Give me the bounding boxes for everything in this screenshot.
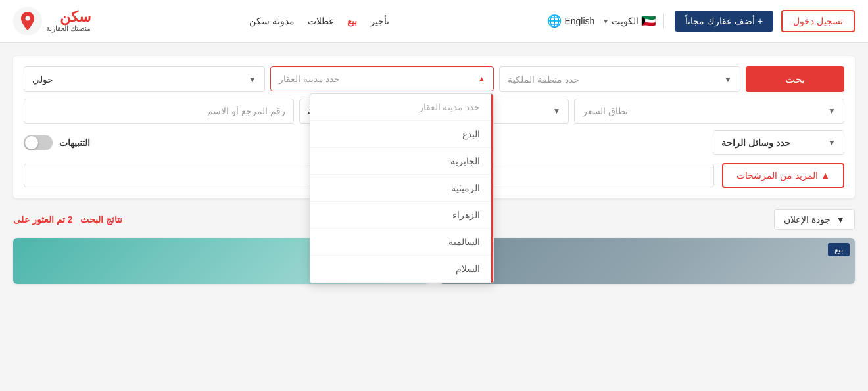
alerts-toggle[interactable] [24, 135, 53, 150]
dropdown-item-rumaithiya[interactable]: الرميثية [310, 175, 493, 202]
search-button[interactable]: بحث [746, 66, 844, 92]
city-dropdown-menu: حدد مدينة العقار البدع الجابرية الرميثية… [310, 93, 494, 283]
comfort-row: ▼ حدد وسائل الراحة [713, 130, 844, 155]
chevron-down-icon: ▼ [552, 106, 560, 116]
quality-label: جودة الإعلان [784, 214, 831, 225]
nav-tajeer[interactable]: تأجير [370, 16, 389, 26]
header: تسجيل دخول + أضف عقارك مجاناً 🇰🇼 الكويت … [0, 0, 868, 43]
search-section: بحث ▼ حدد منطقة الملكية ▲ حدد مدينة العق… [13, 56, 855, 198]
more-filters-button[interactable]: ▲ المزيد من المرشحات [722, 163, 844, 188]
dropdown-header-item[interactable]: حدد مدينة العقار [310, 94, 493, 121]
chevron-up-icon: ▲ [477, 74, 485, 83]
price-dropdown[interactable]: ▼ نطاق السعر [574, 99, 844, 124]
results-count-text: 2 تم العثور على [13, 214, 72, 225]
nav-baia[interactable]: بيع [347, 16, 357, 26]
location-field[interactable]: ▼ حولي [24, 66, 265, 92]
dropdown-item-zahraa[interactable]: الزهراء [310, 202, 493, 229]
flag-icon: 🇰🇼 [641, 14, 656, 28]
chevron-down-icon: ▼ [828, 138, 836, 147]
language-selector[interactable]: English 🌐 [547, 14, 594, 28]
nav-blog[interactable]: مدونة سكن [249, 16, 295, 26]
chevron-down-icon: ▼ [828, 106, 836, 116]
chevron-down-icon: ▼ [602, 18, 609, 25]
city-placeholder: حدد مدينة العقار [279, 74, 341, 84]
search-row-1: بحث ▼ حدد منطقة الملكية ▲ حدد مدينة العق… [24, 66, 844, 92]
logo-icon [13, 7, 42, 35]
dropdown-item-salam[interactable]: السلام [310, 256, 493, 283]
logo: سكن منصتك العقارية [13, 7, 91, 35]
dropdown-accent-bar [491, 94, 493, 283]
chevron-down-icon: ▼ [724, 75, 732, 84]
dropdown-item-badaa[interactable]: البدع [310, 121, 493, 148]
alerts-row: التنبيهات [24, 135, 90, 150]
logo-brand: سكن [60, 10, 91, 24]
nav-otlalat[interactable]: عطلات [308, 16, 334, 26]
city-dropdown-wrapper: ▲ حدد مدينة العقار حدد مدينة العقار البد… [270, 66, 494, 92]
chevron-down-icon: ▼ [836, 214, 845, 225]
dropdown-item-jabriya[interactable]: الجابرية [310, 148, 493, 175]
chevron-down-icon: ▼ [249, 75, 256, 84]
dropdown-item-salmiya[interactable]: السالمية [310, 229, 493, 256]
login-button[interactable]: تسجيل دخول [781, 10, 855, 32]
add-property-button[interactable]: + أضف عقارك مجاناً [675, 11, 773, 32]
logo-subtitle: منصتك العقارية [46, 24, 91, 33]
ownership-dropdown[interactable]: ▼ حدد منطقة الملكية [499, 66, 740, 92]
sale-badge-1: بيع [828, 243, 850, 256]
property-card-1[interactable]: بيع [439, 238, 855, 284]
country-selector[interactable]: 🇰🇼 الكويت ▼ [602, 14, 664, 28]
main-content: بحث ▼ حدد منطقة الملكية ▲ حدد مدينة العق… [0, 43, 868, 297]
city-dropdown-trigger[interactable]: ▲ حدد مدينة العقار [270, 66, 494, 91]
country-label: الكويت [612, 16, 639, 26]
language-label: English [564, 16, 594, 26]
quality-filter[interactable]: ▼ جودة الإعلان [774, 209, 855, 230]
header-left: تسجيل دخول + أضف عقارك مجاناً 🇰🇼 الكويت … [547, 10, 855, 32]
location-value: حولي [32, 74, 53, 85]
ref-input[interactable] [24, 99, 294, 124]
logo-text: سكن منصتك العقارية [46, 10, 91, 33]
main-nav: تأجير بيع عطلات مدونة سكن [249, 16, 389, 26]
comfort-dropdown[interactable]: ▼ حدد وسائل الراحة [713, 130, 844, 155]
ownership-placeholder: حدد منطقة الملكية [508, 74, 579, 85]
card-image-1: بيع [439, 238, 855, 284]
results-count: نتائج البحث 2 تم العثور على [13, 214, 122, 225]
price-placeholder: نطاق السعر [583, 106, 628, 116]
comfort-label: حدد وسائل الراحة [721, 137, 790, 148]
results-count-link[interactable]: نتائج البحث [80, 214, 122, 225]
alerts-label: التنبيهات [59, 137, 90, 148]
globe-icon: 🌐 [547, 14, 562, 28]
